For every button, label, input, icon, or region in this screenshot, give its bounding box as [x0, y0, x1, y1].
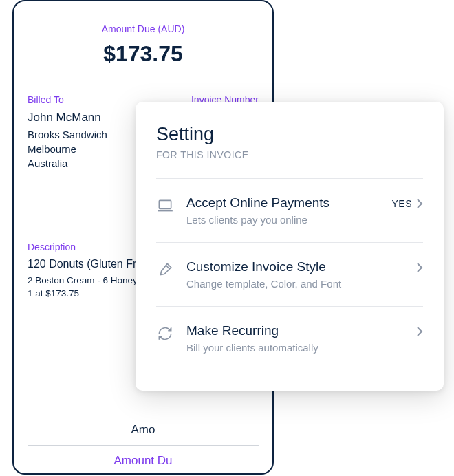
- settings-subtitle: FOR THIS INVOICE: [156, 149, 423, 160]
- chevron-right-icon: [416, 326, 423, 337]
- setting-action: YES: [391, 198, 423, 209]
- amount-due-header: Amount Due (AUD) $173.75: [28, 23, 259, 67]
- setting-desc: Change template, Color, and Font: [186, 278, 416, 290]
- refresh-icon: [156, 325, 174, 343]
- chevron-right-icon: [416, 198, 423, 209]
- yes-badge: YES: [391, 198, 412, 209]
- setting-title: Customize Invoice Style: [186, 259, 416, 274]
- chevron-right-icon: [416, 262, 423, 273]
- setting-desc: Bill your clients automatically: [186, 342, 416, 354]
- settings-title: Setting: [156, 124, 423, 145]
- setting-title: Accept Online Payments: [186, 195, 391, 210]
- setting-title: Make Recurring: [186, 323, 416, 338]
- setting-item-customize[interactable]: Customize Invoice Style Change template,…: [156, 243, 423, 307]
- amount-due-row: Amount Du: [28, 445, 259, 476]
- setting-item-recurring[interactable]: Make Recurring Bill your clients automat…: [156, 307, 423, 370]
- setting-content: Make Recurring Bill your clients automat…: [186, 323, 416, 354]
- setting-action: [416, 326, 423, 337]
- laptop-icon: [156, 197, 174, 215]
- brush-icon: [156, 261, 174, 279]
- setting-content: Accept Online Payments Lets clients pay …: [186, 195, 391, 226]
- setting-desc: Lets clients pay you online: [186, 214, 391, 226]
- svg-rect-0: [159, 200, 171, 208]
- setting-content: Customize Invoice Style Change template,…: [186, 259, 416, 290]
- amount-due-value: $173.75: [28, 41, 259, 67]
- amount-due-label: Amount Due (AUD): [28, 23, 259, 34]
- totals-section: Amo Amount Du: [28, 418, 259, 476]
- setting-item-payments[interactable]: Accept Online Payments Lets clients pay …: [156, 179, 423, 243]
- setting-action: [416, 262, 423, 273]
- amount-paid-row: Amo: [28, 418, 259, 442]
- settings-panel: Setting FOR THIS INVOICE Accept Online P…: [136, 102, 444, 391]
